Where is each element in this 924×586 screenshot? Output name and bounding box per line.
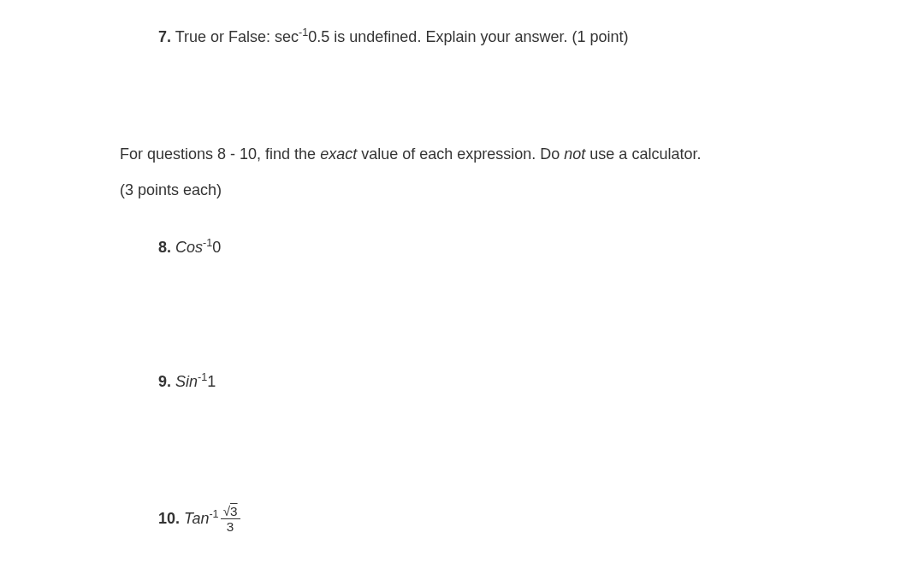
question-10-radicand: 3	[230, 504, 238, 518]
question-9-arg: 1	[207, 373, 216, 390]
question-8: 8. Cos-10	[158, 236, 804, 259]
question-9-superscript: -1	[198, 371, 207, 383]
instructions: For questions 8 - 10, find the exact val…	[120, 143, 804, 166]
instructions-italic1: exact	[320, 145, 357, 163]
instructions-text-after: use a calculator.	[585, 145, 701, 163]
points-note: (3 points each)	[120, 179, 804, 202]
question-9: 9. Sin-11	[158, 370, 804, 394]
question-10-denominator: 3	[221, 519, 240, 533]
question-8-number: 8.	[158, 239, 171, 256]
question-10-numerator: √3	[221, 505, 240, 519]
question-8-func: Cos	[175, 239, 203, 256]
question-7-superscript: -1	[299, 27, 308, 38]
question-10-fraction: √33	[221, 505, 240, 534]
question-10: 10. Tan-1√33	[158, 505, 804, 534]
instructions-italic2: not	[564, 145, 585, 163]
question-7-text-before: True or False: sec	[171, 28, 299, 45]
instructions-text-before: For questions 8 - 10, find the	[120, 145, 320, 163]
question-7-text-after: 0.5 is undefined. Explain your answer. (…	[308, 28, 628, 45]
question-8-arg: 0	[212, 239, 221, 256]
question-10-func: Tan	[184, 510, 209, 527]
question-9-number: 9.	[158, 373, 171, 390]
question-8-superscript: -1	[203, 237, 212, 249]
question-7-number: 7.	[158, 28, 171, 45]
question-7: 7. True or False: sec-10.5 is undefined.…	[158, 26, 804, 49]
question-10-number: 10.	[158, 510, 180, 527]
instructions-text-mid: value of each expression. Do	[357, 145, 564, 163]
question-9-func: Sin	[175, 373, 198, 390]
question-10-superscript: -1	[209, 508, 218, 520]
